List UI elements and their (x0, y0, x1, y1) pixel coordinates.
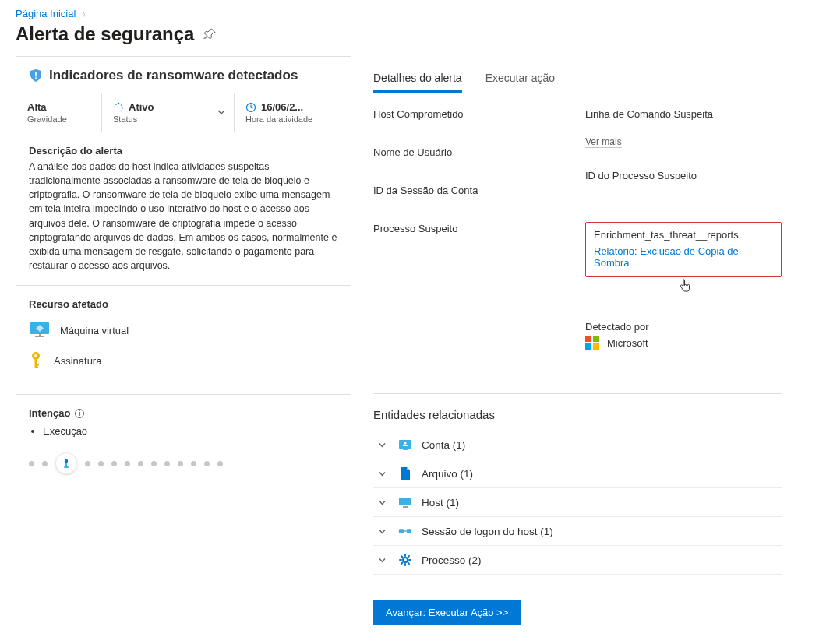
svg-point-14 (34, 354, 37, 357)
entity-label: Processo (2) (422, 554, 482, 566)
svg-rect-29 (407, 529, 411, 533)
host-icon (398, 495, 412, 509)
description-text: A análise dos dados do host indica ativi… (29, 160, 338, 273)
intent-timeline (29, 452, 338, 482)
activity-time-cell: 16/06/2... Hora da atividade (235, 93, 351, 132)
svg-rect-21 (585, 343, 591, 350)
chevron-down-icon (378, 470, 389, 478)
affected-vm[interactable]: Máquina virtual (29, 321, 338, 340)
detail-process: Processo Suspeito (373, 223, 570, 234)
severity-value: Alta (27, 101, 90, 113)
entity-file[interactable]: Arquivo (1) (373, 459, 782, 488)
svg-point-0 (35, 77, 37, 79)
svg-rect-25 (403, 449, 408, 450)
gear-icon (398, 553, 412, 567)
chevron-down-icon (378, 556, 389, 565)
next-execute-action-button[interactable]: Avançar: Executar Ação >> (373, 600, 521, 625)
svg-point-5 (117, 111, 118, 112)
entities-title: Entidades relacionadas (373, 408, 782, 421)
detail-host: Host Comprometido (373, 108, 570, 120)
spinner-icon (113, 102, 124, 113)
detected-by-label: Detectado por (585, 321, 782, 333)
svg-rect-12 (39, 334, 41, 336)
shield-icon (29, 69, 43, 83)
enrichment-box: Enrichment_tas_threat__reports Relatório… (585, 222, 782, 277)
severity-label: Gravidade (27, 114, 90, 124)
chevron-right-icon: 〉 (82, 10, 90, 19)
entity-list: Conta (1) Arquivo (1) Host (1) Sessão de… (373, 431, 782, 575)
svg-rect-22 (593, 343, 599, 350)
svg-point-30 (403, 558, 408, 562)
entity-account[interactable]: Conta (1) (373, 431, 782, 459)
affected-resource-section: Recurso afetado Máquina virtual (16, 286, 351, 395)
file-icon (398, 466, 412, 480)
affected-vm-label: Máquina virtual (60, 325, 129, 336)
entity-session[interactable]: Sessão de logon do host (1) (373, 517, 782, 546)
svg-rect-27 (403, 506, 408, 508)
enrichment-report-link[interactable]: Relatório: Exclusão de Cópia de Sombra (594, 245, 773, 269)
svg-point-18 (65, 459, 68, 463)
svg-point-1 (118, 102, 120, 104)
entity-label: Conta (1) (422, 439, 465, 451)
time-label: Hora da atividade (245, 114, 340, 124)
breadcrumb: Página Inicial 〉 (16, 8, 803, 20)
tab-take-action[interactable]: Executar ação (485, 72, 556, 93)
chevron-down-icon (378, 441, 389, 449)
svg-rect-16 (37, 364, 39, 366)
svg-point-3 (122, 107, 123, 109)
enrichment-label: Enrichment_tas_threat__reports (594, 229, 773, 241)
svg-point-8 (115, 103, 117, 104)
affected-subscription-label: Assinatura (54, 355, 101, 367)
detail-session: ID da Sessão da Conta (373, 185, 570, 196)
time-value: 16/06/2... (261, 101, 303, 113)
entity-label: Host (1) (422, 497, 459, 509)
page-title: Alerta de segurança (16, 23, 194, 45)
chevron-down-icon (378, 527, 389, 536)
svg-point-24 (404, 442, 406, 444)
svg-rect-17 (37, 367, 38, 369)
svg-rect-11 (35, 336, 44, 337)
svg-rect-20 (593, 336, 599, 342)
microsoft-logo-icon (585, 336, 599, 350)
pin-icon[interactable] (203, 28, 216, 40)
key-icon (29, 350, 44, 371)
detail-cmdline: Linha de Comando Suspeita (585, 108, 782, 120)
intent-item: Execução (43, 425, 338, 437)
status-cell[interactable]: Ativo Status (102, 93, 235, 132)
status-label: Status (113, 114, 223, 124)
svg-rect-19 (585, 336, 591, 342)
info-icon[interactable]: i (75, 409, 84, 418)
clock-icon (245, 102, 256, 113)
chevron-down-icon[interactable] (217, 107, 226, 117)
breadcrumb-home-link[interactable]: Página Inicial (16, 8, 76, 19)
intent-section: Intenção i Execução (16, 395, 351, 494)
svg-point-2 (121, 104, 122, 105)
detected-by-value: Microsoft (607, 337, 648, 349)
entity-process[interactable]: Processo (2) (373, 546, 782, 575)
svg-point-6 (115, 109, 116, 111)
right-panel: Detalhes do alerta Executar ação Host Co… (351, 56, 803, 632)
entity-label: Arquivo (1) (422, 468, 473, 480)
description-title: Descrição do alerta (29, 145, 338, 157)
svg-point-4 (120, 110, 122, 111)
detail-pid: ID do Processo Suspeito (585, 170, 782, 181)
cursor-hand-icon (679, 279, 819, 293)
svg-rect-26 (399, 498, 411, 505)
affected-title: Recurso afetado (29, 298, 338, 310)
ver-mais-link[interactable]: Ver mais (585, 136, 622, 148)
timeline-active-icon (55, 452, 77, 474)
alert-title: Indicadores de ransomware detectados (49, 68, 298, 83)
account-icon (398, 438, 412, 452)
entity-label: Sessão de logon do host (1) (422, 526, 553, 537)
description-section: Descrição do alerta A análise dos dados … (16, 132, 351, 286)
tab-alert-details[interactable]: Detalhes do alerta (373, 72, 462, 93)
vm-icon (29, 321, 51, 340)
affected-subscription[interactable]: Assinatura (29, 350, 338, 371)
entity-host[interactable]: Host (1) (373, 488, 782, 517)
detail-username: Nome de Usuário (373, 146, 570, 158)
severity-cell: Alta Gravidade (16, 93, 102, 132)
svg-point-7 (114, 106, 115, 107)
tabs: Detalhes do alerta Executar ação (373, 72, 782, 93)
status-grid: Alta Gravidade (16, 93, 351, 132)
chevron-down-icon (378, 498, 389, 507)
